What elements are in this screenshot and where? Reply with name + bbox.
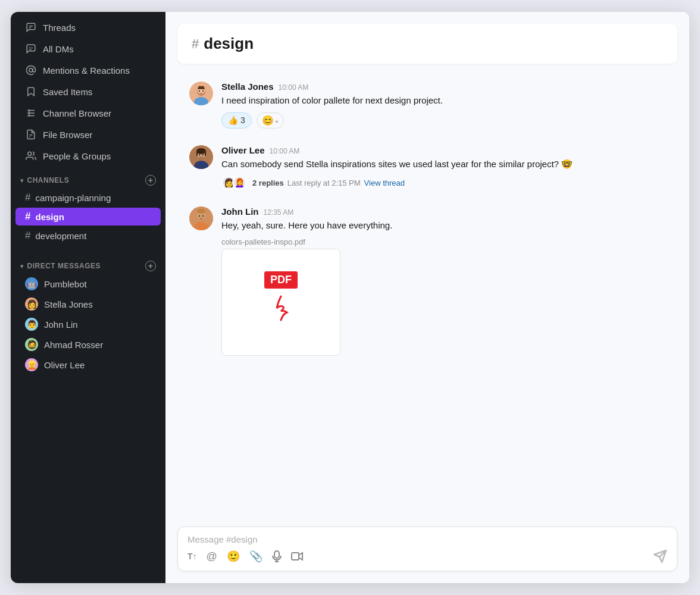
message-2-text: Can somebody send Stella inspirations si… xyxy=(221,158,665,171)
svg-point-28 xyxy=(197,209,205,214)
message-3-author: John Lin xyxy=(221,206,259,217)
video-icon[interactable] xyxy=(291,552,303,561)
dm-item-stella[interactable]: 👩 Stella Jones xyxy=(15,295,161,314)
message-1: Stella Jones 10:00 AM I need inspiration… xyxy=(177,73,677,137)
channel-item-design-label: design xyxy=(35,212,64,222)
channel-hash-icon: # xyxy=(25,192,30,203)
dm-item-stella-label: Stella Jones xyxy=(44,299,93,309)
file-browser-icon xyxy=(25,129,37,140)
file-name: colors-palletes-inspo.pdf xyxy=(221,237,665,246)
avatar-oliver xyxy=(189,145,213,169)
send-button[interactable] xyxy=(653,549,667,563)
svg-point-29 xyxy=(199,215,200,217)
add-channel-button[interactable]: + xyxy=(145,175,156,186)
message-1-text: I need inspiration of color pallete for … xyxy=(221,94,665,108)
people-icon xyxy=(25,150,37,162)
sidebar-item-file-browser-label: File Browser xyxy=(43,130,92,140)
sidebar-item-channel-browser[interactable]: Channel Browser xyxy=(15,103,161,123)
channel-hash-icon-dev: # xyxy=(25,230,30,242)
dm-avatar-pumblebot: 🤖 xyxy=(25,277,38,290)
emoji-icon[interactable]: 🙂 xyxy=(227,550,240,563)
channel-item-campaign-planning-label: campaign-planning xyxy=(35,193,111,203)
view-thread-link[interactable]: View thread xyxy=(364,178,405,187)
dm-item-john[interactable]: 👨 John Lin xyxy=(15,315,161,334)
message-2-author: Oliver Lee xyxy=(221,145,265,155)
thumbs-up-count: 3 xyxy=(240,115,245,125)
svg-rect-21 xyxy=(205,152,206,156)
channel-hash-icon-design: # xyxy=(25,211,30,223)
dm-section-header[interactable]: ▾ DIRECT MESSAGES + xyxy=(11,252,165,274)
add-reaction-icon: 😊+ xyxy=(262,115,279,126)
mention-icon[interactable]: @ xyxy=(207,550,217,563)
dms-icon xyxy=(25,43,37,55)
text-format-icon[interactable]: T↑ xyxy=(188,552,197,561)
channel-item-design[interactable]: # design xyxy=(15,208,161,226)
thumbs-up-reaction[interactable]: 👍 3 xyxy=(221,112,252,129)
input-toolbar: T↑ @ 🙂 📎 xyxy=(188,549,667,563)
app-container: Threads All DMs Mentions & Reactions Sav… xyxy=(11,12,689,583)
channel-browser-icon xyxy=(25,107,37,119)
avatar-stella xyxy=(189,82,213,105)
sidebar-item-threads[interactable]: Threads xyxy=(15,17,161,37)
sidebar-item-saved[interactable]: Saved Items xyxy=(15,82,161,102)
svg-rect-31 xyxy=(274,551,279,558)
channel-item-campaign-planning[interactable]: # campaign-planning xyxy=(15,189,161,206)
svg-point-30 xyxy=(202,215,204,217)
channels-section-header[interactable]: ▾ CHANNELS + xyxy=(11,167,165,188)
channel-header: # design xyxy=(177,24,677,64)
dm-avatar-oliver: 👱 xyxy=(25,358,38,371)
add-reaction-button[interactable]: 😊+ xyxy=(257,112,284,129)
dm-item-oliver[interactable]: 👱 Oliver Lee xyxy=(15,355,161,374)
pdf-acrobat-icon xyxy=(266,293,296,333)
message-1-header: Stella Jones 10:00 AM xyxy=(221,82,665,92)
sidebar-item-threads-label: Threads xyxy=(43,23,76,33)
thumbs-up-emoji: 👍 xyxy=(228,115,238,125)
dm-chevron-icon: ▾ xyxy=(20,263,24,270)
dm-avatar-stella: 👩 xyxy=(25,298,38,311)
svg-point-15 xyxy=(202,90,204,92)
dm-avatar-ahmad: 🧔 xyxy=(25,338,38,351)
sidebar-item-mentions[interactable]: Mentions & Reactions xyxy=(15,60,161,80)
dm-item-ahmad[interactable]: 🧔 Ahmad Rosser xyxy=(15,335,161,354)
dm-item-john-label: John Lin xyxy=(44,320,78,330)
sidebar-item-file-browser[interactable]: File Browser xyxy=(15,124,161,145)
sidebar-item-channel-browser-label: Channel Browser xyxy=(43,108,111,118)
sidebar-item-all-dms-label: All DMs xyxy=(43,44,74,54)
channels-label: CHANNELS xyxy=(27,176,70,184)
message-3: John Lin 12:35 AM Hey, yeah, sure. Here … xyxy=(177,198,677,364)
add-dm-button[interactable]: + xyxy=(145,261,156,271)
main-content: # design Stella Jones 10:00 AM I need in… xyxy=(165,12,689,583)
svg-point-19 xyxy=(196,148,206,154)
sidebar-item-mentions-label: Mentions & Reactions xyxy=(43,65,130,76)
svg-point-22 xyxy=(199,154,200,155)
sidebar-item-saved-label: Saved Items xyxy=(43,87,92,97)
dm-item-ahmad-label: Ahmad Rosser xyxy=(44,340,103,350)
thread-avatars: 👩 👩‍🦰 xyxy=(221,176,243,190)
sidebar-item-people-groups[interactable]: People & Groups xyxy=(15,146,161,166)
svg-rect-34 xyxy=(292,553,299,560)
message-2-header: Oliver Lee 10:00 AM xyxy=(221,145,665,155)
message-3-text: Hey, yeah, sure. Here you have everythin… xyxy=(221,219,665,233)
thread-replies-count: 2 replies xyxy=(252,178,284,187)
channel-item-development-label: development xyxy=(35,231,86,241)
sidebar-item-all-dms[interactable]: All DMs xyxy=(15,39,161,59)
thread-last-reply: Last reply at 2:15 PM xyxy=(288,178,361,187)
message-2-time: 10:00 AM xyxy=(270,147,300,155)
file-attachment: colors-palletes-inspo.pdf PDF xyxy=(221,237,665,356)
attach-icon[interactable]: 📎 xyxy=(249,550,262,563)
message-1-author: Stella Jones xyxy=(221,82,274,92)
saved-icon xyxy=(25,86,37,98)
thread-avatar-2: 👩‍🦰 xyxy=(232,176,246,190)
dm-label: DIRECT MESSAGES xyxy=(27,262,101,270)
message-3-body: John Lin 12:35 AM Hey, yeah, sure. Here … xyxy=(221,206,665,356)
mentions-icon xyxy=(25,64,37,76)
channel-item-development[interactable]: # development xyxy=(15,227,161,245)
channel-header-name: design xyxy=(204,35,254,53)
message-1-reactions: 👍 3 😊+ xyxy=(221,112,665,129)
dm-item-pumblebot[interactable]: 🤖 Pumblebot xyxy=(15,274,161,293)
sidebar: Threads All DMs Mentions & Reactions Sav… xyxy=(11,12,165,583)
svg-point-23 xyxy=(202,154,204,155)
pdf-preview[interactable]: PDF xyxy=(221,249,340,356)
mic-icon[interactable] xyxy=(272,550,282,562)
message-input[interactable] xyxy=(188,534,667,544)
